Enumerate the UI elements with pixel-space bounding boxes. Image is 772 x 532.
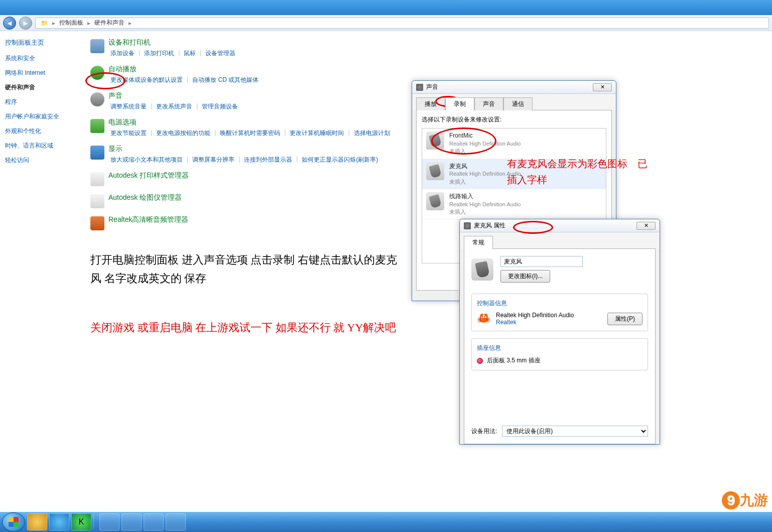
close-button[interactable]: ✕	[593, 83, 612, 91]
jack-info-group: 插座信息 后面板 3.5 mm 插座	[471, 338, 648, 370]
category-link[interactable]: 选择电源计划	[352, 129, 392, 138]
category-icon	[90, 216, 104, 230]
category-icon	[90, 39, 104, 53]
device-name-input[interactable]	[500, 256, 583, 267]
sound-tabs: 播放录制声音通信	[412, 94, 616, 110]
category-link[interactable]: 鼠标	[182, 49, 198, 58]
category-link[interactable]: 管理音频设备	[200, 102, 240, 111]
breadcrumb-current[interactable]: 硬件和声音	[92, 19, 126, 27]
realtek-crab-icon: 🦀	[477, 312, 491, 326]
recording-device[interactable]: FrontMicRealtek High Definition Audio未插入	[422, 128, 606, 159]
taskbar-item[interactable]	[121, 513, 142, 530]
category-row: 设备和打印机添加设备|添加打印机|鼠标|设备管理器	[90, 38, 772, 58]
sidebar-item[interactable]: 时钟、语言和区域	[5, 142, 80, 150]
category-link[interactable]: 添加设备	[108, 49, 137, 58]
forward-button[interactable]: ►	[19, 17, 32, 30]
category-icon	[90, 119, 104, 133]
sidebar: 控制面板主页 系统和安全网络和 Internet硬件和声音程序用户帐户和家庭安全…	[0, 31, 85, 512]
sound-dialog-titlebar[interactable]: 声音 ✕	[412, 81, 616, 94]
instruction-text-1: 打开电脑控制面板 进入声音选项 点击录制 右键点击默认的麦克风 名字改成英文的 …	[90, 250, 402, 288]
sound-tab[interactable]: 通信	[503, 97, 533, 110]
device-large-icon	[471, 258, 493, 281]
jack-info-label: 插座信息	[477, 344, 642, 352]
sidebar-item[interactable]: 用户帐户和家庭安全	[5, 112, 80, 121]
taskbar-item[interactable]	[27, 513, 47, 530]
category-link[interactable]: 更改节能设置	[108, 129, 149, 138]
sidebar-item[interactable]: 外观和个性化	[5, 127, 80, 136]
instruction-text-2: 关闭游戏 或重启电脑 在上游戏试一下 如果还不行 就 YY解决吧	[90, 318, 402, 337]
category-link[interactable]: 连接到外部显示器	[242, 156, 294, 164]
taskbar-shortcut[interactable]	[2, 2, 37, 14]
prop-tabs: 常规	[460, 232, 660, 248]
watermark-logo: 9九游	[722, 491, 768, 510]
prop-dialog-titlebar[interactable]: 麦克风 属性 ✕	[460, 219, 660, 232]
category-link[interactable]: 更改电源按钮的功能	[154, 129, 212, 138]
sidebar-item[interactable]: 程序	[5, 98, 80, 106]
sound-tab[interactable]: 录制	[445, 97, 474, 110]
start-button[interactable]	[2, 512, 25, 531]
category-link[interactable]: 更改媒体或设备的默认设置	[108, 76, 185, 84]
taskbar-item[interactable]	[166, 513, 186, 530]
close-button[interactable]: ✕	[636, 222, 656, 230]
jack-value: 后面板 3.5 mm 插座	[487, 356, 541, 365]
controller-vendor-link[interactable]: Realtek	[496, 319, 607, 326]
category-link[interactable]: 如何更正显示器闪烁(刷新率)	[300, 156, 380, 164]
top-taskbar	[0, 0, 772, 15]
usage-label: 设备用法:	[471, 427, 497, 436]
sound-tab[interactable]: 播放	[416, 97, 445, 110]
change-icon-button[interactable]: 更改图标(I)...	[500, 270, 550, 283]
sidebar-title[interactable]: 控制面板主页	[5, 38, 80, 47]
sound-tab[interactable]: 声音	[474, 97, 503, 110]
prop-body: 更改图标(I)... 控制器信息 🦀 Realtek High Definiti…	[464, 248, 656, 444]
controller-info-label: 控制器信息	[477, 299, 642, 308]
device-icon	[426, 162, 444, 180]
sidebar-item[interactable]: 系统和安全	[5, 54, 80, 63]
category-icon	[90, 146, 104, 160]
category-icon	[90, 92, 104, 106]
device-icon	[426, 131, 444, 150]
taskbar-item[interactable]	[144, 513, 164, 530]
explorer-nav-bar: ◄ ► 📁▸ 控制面板 ▸ 硬件和声音 ▸	[0, 15, 772, 31]
mic-icon	[464, 222, 471, 229]
sidebar-item[interactable]: 网络和 Internet	[5, 69, 80, 77]
recording-hint: 选择以下录制设备来修改设置:	[422, 115, 606, 124]
sound-dialog-title: 声音	[426, 83, 438, 91]
sidebar-item[interactable]: 轻松访问	[5, 156, 80, 165]
sidebar-item[interactable]: 硬件和声音	[5, 83, 80, 92]
category-link[interactable]: 调整屏幕分辨率	[190, 156, 236, 164]
speaker-icon	[416, 84, 423, 91]
mic-properties-dialog: 麦克风 属性 ✕ 常规 更改图标(I)... 控制器信息 🦀 Realtek H…	[459, 219, 660, 445]
controller-properties-button[interactable]: 属性(P)	[607, 313, 642, 325]
taskbar-item[interactable]: K	[71, 513, 91, 530]
category-link[interactable]: 自动播放 CD 或其他媒体	[190, 76, 261, 84]
category-link[interactable]: 设备管理器	[203, 49, 237, 58]
back-button[interactable]: ◄	[3, 17, 16, 30]
category-title[interactable]: 设备和打印机	[108, 38, 772, 47]
recording-device[interactable]: 线路输入Realtek High Definition Audio未插入	[422, 189, 606, 220]
category-link[interactable]: 放大或缩小文本和其他项目	[108, 156, 185, 164]
taskbar-item[interactable]	[49, 513, 69, 530]
usage-select[interactable]: 使用此设备(启用)	[502, 426, 648, 437]
category-link[interactable]: 调整系统音量	[108, 102, 149, 111]
taskbar-shortcut[interactable]	[38, 2, 73, 14]
category-title[interactable]: 自动播放	[108, 65, 772, 74]
tab-general[interactable]: 常规	[464, 236, 493, 249]
category-icon	[90, 66, 104, 80]
category-icon	[90, 172, 104, 186]
category-icon	[90, 194, 104, 208]
category-link[interactable]: 更改计算机睡眠时间	[288, 129, 346, 138]
prop-dialog-title: 麦克风 属性	[474, 221, 505, 230]
category-link[interactable]: 添加打印机	[142, 49, 176, 58]
red-annotation-text: 有麦克风会显示为彩色图标 已插入字样	[507, 156, 648, 188]
controller-info-group: 控制器信息 🦀 Realtek High Definition Audio Re…	[471, 294, 648, 331]
category-link[interactable]: 更改系统声音	[154, 102, 194, 111]
taskbar: K	[0, 512, 772, 532]
breadcrumb-root[interactable]: 控制面板	[57, 19, 85, 27]
breadcrumb[interactable]: 📁▸ 控制面板 ▸ 硬件和声音 ▸	[35, 18, 769, 29]
controller-name: Realtek High Definition Audio	[496, 312, 607, 319]
device-icon	[426, 192, 444, 210]
category-link[interactable]: 唤醒计算机时需要密码	[218, 129, 282, 138]
taskbar-item[interactable]	[99, 513, 119, 530]
jack-color-icon	[477, 358, 483, 364]
